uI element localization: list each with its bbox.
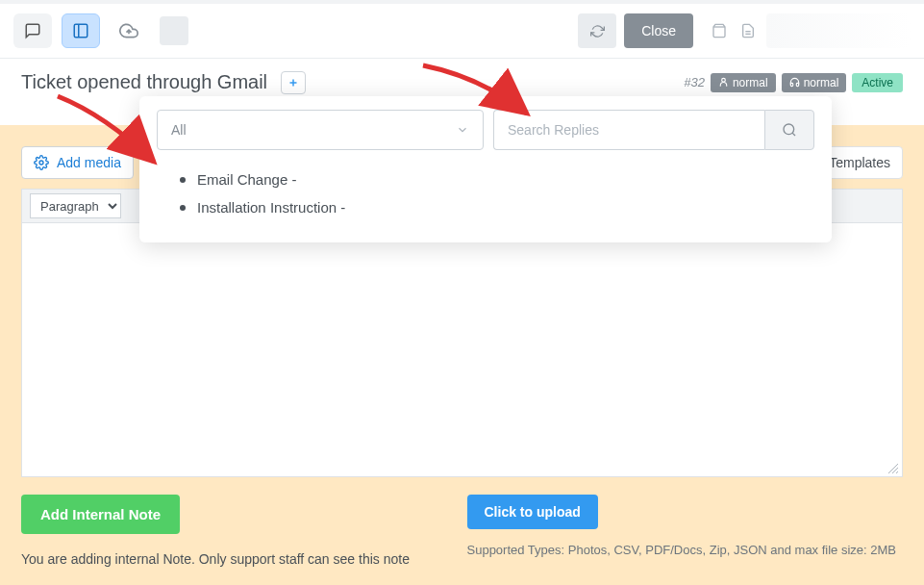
bullet-icon [180, 205, 186, 211]
avatar[interactable] [160, 16, 188, 45]
priority-badge[interactable]: normal [711, 73, 776, 92]
refresh-button[interactable] [578, 13, 616, 48]
page-title: Ticket opened through Gmail [21, 71, 267, 93]
assignee-badge[interactable]: normal [782, 73, 847, 92]
top-toolbar: Close [0, 4, 924, 58]
cloud-sync-icon[interactable] [110, 13, 148, 48]
templates-filter-select[interactable]: All [157, 110, 484, 150]
sidebar-toggle-icon[interactable] [62, 13, 100, 48]
template-item[interactable]: Installation Instruction - [180, 193, 814, 221]
template-item-label: Installation Instruction - [197, 199, 345, 216]
svg-point-9 [784, 124, 794, 135]
chat-icon[interactable] [13, 13, 52, 48]
svg-point-8 [39, 161, 43, 165]
add-media-button[interactable]: Add media [21, 146, 134, 179]
svg-line-10 [792, 133, 795, 136]
close-button[interactable]: Close [624, 13, 693, 48]
document-icon[interactable] [736, 18, 761, 43]
templates-dropdown-panel: All Email Change - Installation Instruct… [139, 96, 832, 242]
resize-handle-icon[interactable] [887, 463, 899, 474]
click-to-upload-button[interactable]: Click to upload [467, 495, 598, 529]
lock-icon[interactable] [707, 18, 732, 43]
search-icon [782, 122, 797, 138]
editor-textarea[interactable] [21, 223, 903, 477]
add-internal-note-button[interactable]: Add Internal Note [21, 495, 180, 534]
bullet-icon [180, 177, 186, 183]
add-ticket-button[interactable] [281, 71, 306, 94]
toolbar-fade [766, 13, 911, 48]
search-button[interactable] [764, 110, 814, 150]
upload-hint-text: Supported Types: Photos, CSV, PDF/Docs, … [467, 543, 904, 557]
paragraph-select[interactable]: Paragraph [30, 193, 121, 218]
template-item-label: Email Change - [197, 171, 296, 188]
search-replies-input[interactable] [493, 110, 764, 150]
filter-label: All [171, 122, 187, 138]
close-label: Close [641, 23, 676, 38]
status-badge[interactable]: Active [852, 73, 903, 92]
svg-rect-0 [74, 24, 87, 38]
add-media-label: Add media [57, 155, 121, 170]
note-hint-text: You are adding internal Note. Only suppo… [21, 551, 458, 567]
svg-point-7 [722, 78, 726, 82]
chevron-down-icon [456, 123, 469, 137]
template-item[interactable]: Email Change - [180, 165, 814, 193]
ticket-number: #32 [684, 75, 705, 89]
